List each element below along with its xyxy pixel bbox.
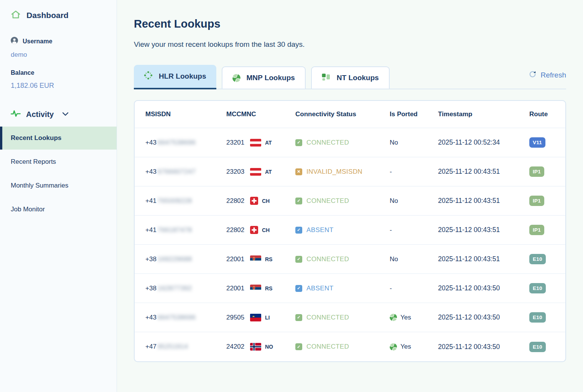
msisdn-masked-digits: 6647538696 — [158, 139, 196, 147]
ported-label: Yes — [400, 343, 411, 351]
refresh-button[interactable]: Refresh — [529, 70, 566, 83]
sidebar-item-label: Recent Lookups — [11, 134, 61, 142]
status-label: CONNECTED — [306, 255, 349, 263]
sidebar-item-recent-lookups[interactable]: Recent Lookups — [0, 127, 117, 150]
msisdn-masked-digits: 765009228 — [158, 197, 192, 205]
timestamp-cell: 2025-11-12 00:43:51 — [438, 255, 529, 263]
timestamp-cell: 2025-11-12 00:43:51 — [438, 226, 529, 234]
balance-value: 1,182.06 EUR — [11, 82, 106, 90]
mccmnc-value: 24202 — [226, 343, 246, 351]
route-badge: V11 — [529, 137, 545, 148]
route-badge: IP1 — [529, 225, 544, 235]
msisdn-cell: +4795251914 — [145, 343, 226, 351]
country-code-label: LI — [265, 315, 270, 321]
country-code-label: RS — [265, 256, 272, 262]
msisdn-country-code: +41 — [145, 197, 156, 205]
hlr-dots-icon — [144, 71, 153, 82]
status-label: INVALID_MSISDN — [306, 168, 362, 176]
col-is-ported: Is Ported — [390, 110, 438, 118]
activity-section-toggle[interactable]: Activity — [11, 110, 106, 119]
connectivity-status-cell: ✓ ABSENT — [295, 226, 390, 234]
username-row: Username — [11, 37, 106, 46]
mccmnc-value: 22001 — [226, 255, 246, 263]
home-icon — [11, 10, 21, 21]
table-row: +38169229688 22001 RS ✓ CONNECTED No 202… — [135, 245, 565, 274]
country-code-label: AT — [265, 140, 272, 146]
activity-pulse-icon — [11, 110, 21, 119]
msisdn-country-code: +43 — [145, 314, 156, 321]
connectivity-status-cell: ✓ CONNECTED — [295, 197, 390, 205]
sidebar-dashboard-link[interactable]: Dashboard — [11, 10, 106, 21]
timestamp-cell: 2025-11-12 00:43:50 — [438, 313, 529, 321]
table-row: +41766187478 22802 CH ✓ ABSENT - 2025-11… — [135, 216, 565, 245]
msisdn-masked-digits: 169229688 — [158, 255, 192, 263]
page-title: Recent Lookups — [134, 18, 566, 30]
activity-label: Activity — [26, 110, 54, 119]
msisdn-country-code: +38 — [145, 255, 156, 263]
status-label: CONNECTED — [306, 197, 349, 205]
msisdn-cell: +436647538696 — [145, 314, 226, 321]
msisdn-masked-digits: 6766607247 — [158, 168, 196, 176]
sidebar-item-label: Monthly Summaries — [11, 182, 68, 189]
mccmnc-cell: 22802 CH — [226, 226, 295, 234]
msisdn-masked-digits: 95251914 — [158, 343, 188, 351]
route-badge: IP1 — [529, 196, 544, 206]
route-cell: E10 — [529, 283, 555, 293]
timestamp-cell: 2025-11-12 00:43:50 — [438, 343, 529, 351]
tab-hlr-lookups[interactable]: HLR Lookups — [134, 65, 216, 89]
route-cell: IP1 — [529, 166, 555, 177]
sidebar-item-recent-reports[interactable]: Recent Reports — [0, 150, 117, 173]
main-content: Recent Lookups View your most recent loo… — [117, 0, 583, 392]
msisdn-masked-digits: 162877392 — [158, 285, 192, 292]
col-connectivity-status: Connectivity Status — [295, 110, 390, 118]
sidebar-item-job-monitor[interactable]: Job Monitor — [0, 198, 117, 221]
table-row: +436766607247 23203 AT ✕ INVALID_MSISDN … — [135, 157, 565, 186]
route-badge: IP1 — [529, 166, 544, 177]
ported-label: Yes — [400, 314, 411, 321]
connectivity-status-cell: ✓ ABSENT — [295, 285, 390, 292]
msisdn-masked-digits: 766187478 — [158, 226, 192, 234]
is-ported-cell: - — [390, 168, 438, 176]
status-icon: ✓ — [295, 285, 302, 292]
page-subtitle: View your most recent lookups from the l… — [134, 40, 566, 49]
status-icon: ✕ — [295, 168, 302, 175]
tab-nt-lookups[interactable]: NT Lookups — [311, 66, 390, 89]
timestamp-cell: 2025-11-12 00:43:51 — [438, 197, 529, 205]
sidebar-item-monthly-summaries[interactable]: Monthly Summaries — [0, 174, 117, 197]
dashboard-label: Dashboard — [26, 11, 69, 20]
tab-mnp-lookups[interactable]: MNP Lookups — [222, 66, 306, 89]
ported-icon — [390, 314, 397, 321]
mccmnc-cell: 22001 RS — [226, 255, 295, 263]
table-row: +4795251914 24202 NO ✓ CONNECTED Yes 202… — [135, 332, 565, 361]
route-cell: IP1 — [529, 225, 555, 235]
route-badge: E10 — [529, 283, 546, 293]
table-row: +38162877392 22001 RS ✓ ABSENT - 2025-11… — [135, 274, 565, 303]
mccmnc-value: 22802 — [226, 197, 246, 205]
country-flag-icon — [250, 139, 261, 147]
msisdn-cell: +41766187478 — [145, 226, 226, 234]
status-label: CONNECTED — [306, 314, 349, 321]
msisdn-cell: +436647538696 — [145, 139, 226, 147]
country-flag-icon — [250, 197, 258, 205]
ported-label: - — [390, 285, 392, 292]
status-icon: ✓ — [295, 198, 302, 204]
msisdn-cell: +38169229688 — [145, 255, 226, 263]
ported-label: No — [390, 139, 398, 147]
mccmnc-cell: 23203 AT — [226, 168, 295, 176]
mccmnc-value: 22001 — [226, 285, 246, 292]
country-code-label: CH — [262, 227, 270, 233]
country-code-label: RS — [265, 285, 272, 292]
ported-icon — [390, 343, 397, 351]
msisdn-country-code: +43 — [145, 139, 156, 147]
mccmnc-cell: 24202 NO — [226, 343, 295, 351]
table-body: +436647538696 23201 AT ✓ CONNECTED No 20… — [135, 128, 565, 361]
col-route: Route — [529, 110, 555, 118]
msisdn-cell: +41765009228 — [145, 197, 226, 205]
timestamp-cell: 2025-11-12 00:43:50 — [438, 284, 529, 292]
refresh-label: Refresh — [540, 71, 566, 79]
route-cell: E10 — [529, 254, 555, 264]
mccmnc-cell: 22001 RS — [226, 285, 295, 292]
route-badge: E10 — [529, 254, 546, 264]
status-label: ABSENT — [306, 285, 333, 292]
msisdn-country-code: +47 — [145, 343, 156, 351]
